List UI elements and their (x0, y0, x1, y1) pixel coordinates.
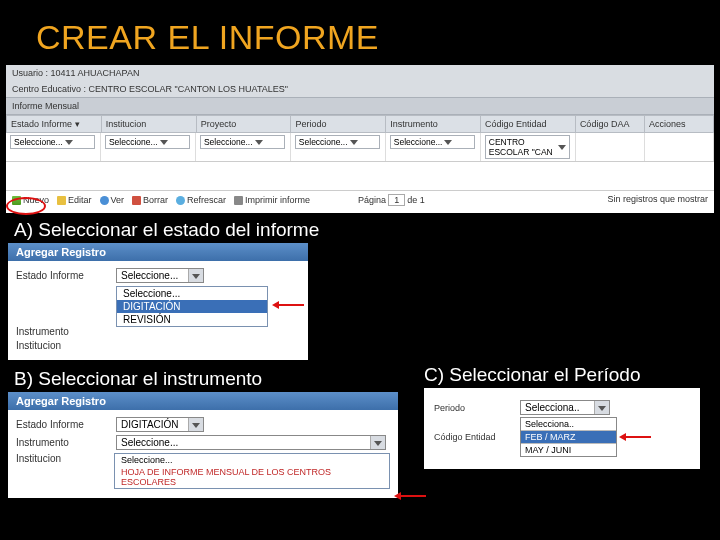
instrumento-select-b-value: Seleccione... (121, 437, 178, 448)
chevron-down-icon (192, 423, 200, 428)
pager: Página 1 de 1 (358, 194, 425, 206)
filter-entidad-text: CENTRO ESCOLAR "CAN (489, 137, 556, 157)
slide-title: CREAR EL INFORME (0, 0, 720, 65)
estado-select-a-value: Seleccione... (121, 270, 178, 281)
filter-instrumento[interactable]: Seleccione... (390, 135, 475, 149)
chevron-down-icon (374, 441, 382, 446)
filter-estado[interactable]: Seleccione... (10, 135, 95, 149)
opt-revision[interactable]: REVISIÓN (117, 313, 267, 326)
report-grid-panel: Usuario : 10411 AHUACHAPAN Centro Educat… (6, 65, 714, 213)
estado-dropdown-a[interactable]: Seleccione... DIGITACIÓN REVISIÓN (116, 286, 268, 327)
lbl-institucion-a: Institucion (16, 340, 116, 351)
filter-periodo[interactable]: Seleccione... (295, 135, 380, 149)
estado-select-a[interactable]: Seleccione... (116, 268, 204, 283)
instrumento-select-b[interactable]: Seleccione... (116, 435, 386, 450)
filter-estado-text: Seleccione... (14, 137, 63, 147)
section-subtitle: Informe Mensual (6, 97, 714, 115)
arrow-annotation-b (400, 495, 426, 497)
lbl-institucion-b: Institucion (16, 453, 114, 464)
pager-label: Página (358, 195, 386, 205)
lbl-periodo-c: Periodo (434, 403, 520, 413)
refresh-icon (176, 196, 185, 205)
chevron-down-icon (65, 140, 73, 145)
chevron-down-icon (598, 406, 606, 411)
step-c-label: C) Seleccionar el Período (424, 358, 720, 388)
lbl-estado-a: Estado Informe (16, 270, 116, 281)
estado-select-b[interactable]: DIGITACIÓN (116, 417, 204, 432)
periodo-select-c-value: Selecciona.. (525, 402, 579, 413)
col-acciones: Acciones (649, 119, 686, 129)
filter-instrumento-text: Seleccione... (394, 137, 443, 147)
opt-b-seleccione[interactable]: Seleccione... (115, 454, 389, 466)
editar-label: Editar (68, 195, 92, 205)
borrar-label: Borrar (143, 195, 168, 205)
opt-c-feb[interactable]: FEB / MARZ (521, 431, 616, 444)
arrow-annotation-c (625, 436, 651, 438)
ver-button[interactable]: Ver (100, 194, 125, 206)
ver-label: Ver (111, 195, 125, 205)
editar-button[interactable]: Editar (57, 194, 92, 206)
lbl-codent-c: Código Entidad (434, 432, 520, 442)
dialog-a-title: Agregar Registro (8, 243, 308, 261)
dialog-a: Agregar Registro Estado Informe Seleccio… (8, 243, 308, 360)
col-codigo-daa[interactable]: Código DAA (580, 119, 630, 129)
lbl-estado-b: Estado Informe (16, 419, 116, 430)
pager-input[interactable]: 1 (388, 194, 405, 206)
arrow-annotation-a (278, 304, 304, 306)
instrumento-dropdown-b[interactable]: Seleccione... HOJA DE INFORME MENSUAL DE… (114, 453, 390, 489)
col-institucion[interactable]: Institucion (106, 119, 147, 129)
filter-proyecto[interactable]: Seleccione... (200, 135, 285, 149)
lbl-instrumento-b: Instrumento (16, 437, 116, 448)
filter-periodo-text: Seleccione... (299, 137, 348, 147)
chevron-down-icon (558, 145, 566, 150)
estado-select-b-value: DIGITACIÓN (121, 419, 179, 430)
col-instrumento[interactable]: Instrumento (390, 119, 438, 129)
periodo-select-c[interactable]: Selecciona.. (520, 400, 610, 415)
dialog-b: Agregar Registro Estado Informe DIGITACI… (8, 392, 398, 498)
col-estado[interactable]: Estado Informe ▾ (11, 119, 80, 129)
pencil-icon (57, 196, 66, 205)
refrescar-label: Refrescar (187, 195, 226, 205)
col-codigo-entidad[interactable]: Código Entidad (485, 119, 547, 129)
imprimir-button[interactable]: Imprimir informe (234, 194, 310, 206)
grid-toolbar: Nuevo Editar Ver Borrar Refrescar Imprim… (6, 190, 714, 209)
periodo-dropdown-c[interactable]: Selecciona.. FEB / MARZ MAY / JUNI (520, 417, 617, 457)
borrar-button[interactable]: Borrar (132, 194, 168, 206)
chevron-down-icon (350, 140, 358, 145)
print-icon (234, 196, 243, 205)
grid-header-row: Estado Informe ▾ Institucion Proyecto Pe… (6, 115, 714, 133)
chevron-down-icon (192, 274, 200, 279)
no-records-text: Sin registros que mostrar (607, 194, 708, 206)
opt-c-may[interactable]: MAY / JUNI (521, 444, 616, 456)
chevron-down-icon (255, 140, 263, 145)
panel-c: Periodo Selecciona.. Código Entidad Sele… (424, 388, 700, 469)
filter-institucion-text: Seleccione... (109, 137, 158, 147)
step-a-label: A) Seleccionar el estado del informe (0, 213, 720, 243)
opt-seleccione[interactable]: Seleccione... (117, 287, 267, 300)
highlight-circle (6, 197, 46, 215)
opt-digitacion[interactable]: DIGITACIÓN (117, 300, 267, 313)
grid-filter-row: Seleccione... Seleccione... Seleccione..… (6, 133, 714, 162)
trash-icon (132, 196, 141, 205)
lbl-instrumento-a: Instrumento (16, 326, 116, 337)
chevron-down-icon (160, 140, 168, 145)
filter-proyecto-text: Seleccione... (204, 137, 253, 147)
filter-entidad[interactable]: CENTRO ESCOLAR "CAN (485, 135, 570, 159)
eye-icon (100, 196, 109, 205)
col-periodo[interactable]: Periodo (295, 119, 326, 129)
col-proyecto[interactable]: Proyecto (201, 119, 237, 129)
imprimir-label: Imprimir informe (245, 195, 310, 205)
filter-institucion[interactable]: Seleccione... (105, 135, 190, 149)
center-info: Centro Educativo : CENTRO ESCOLAR "CANTO… (6, 81, 714, 97)
opt-b-hoja[interactable]: HOJA DE INFORME MENSUAL DE LOS CENTROS E… (115, 466, 389, 488)
refrescar-button[interactable]: Refrescar (176, 194, 226, 206)
dialog-b-title: Agregar Registro (8, 392, 398, 410)
opt-c-sel[interactable]: Selecciona.. (521, 418, 616, 431)
chevron-down-icon (444, 140, 452, 145)
step-b-label: B) Seleccionar el instrumento (0, 362, 406, 392)
user-info: Usuario : 10411 AHUACHAPAN (6, 65, 714, 81)
pager-of: de 1 (407, 195, 425, 205)
